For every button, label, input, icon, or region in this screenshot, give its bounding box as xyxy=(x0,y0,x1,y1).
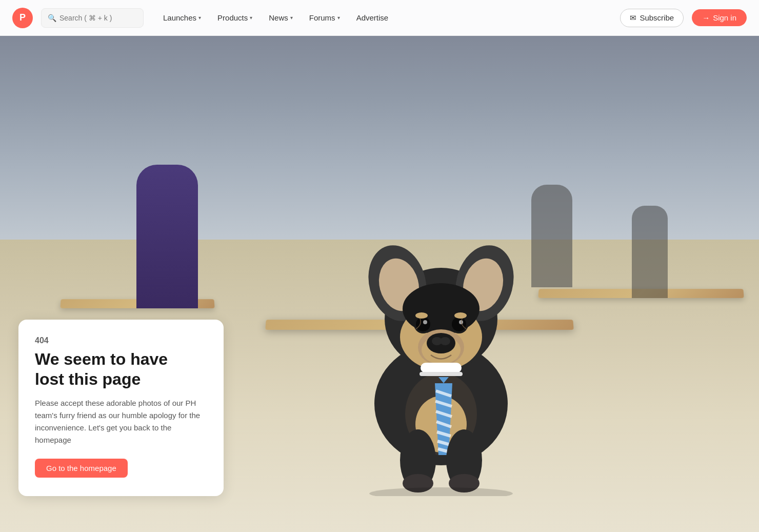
forums-chevron-icon: ▾ xyxy=(337,15,340,21)
nav-item-products[interactable]: Products ▾ xyxy=(210,9,259,26)
subscribe-icon: ✉ xyxy=(630,13,636,23)
logo-button[interactable]: P xyxy=(12,8,33,28)
search-bar[interactable]: 🔍 xyxy=(41,8,144,28)
error-description: Please accept these adorable photos of o… xyxy=(35,397,207,446)
nav-item-forums[interactable]: Forums ▾ xyxy=(302,9,347,26)
svg-point-14 xyxy=(423,320,427,324)
go-to-homepage-button[interactable]: Go to the homepage xyxy=(35,459,128,478)
search-icon: 🔍 xyxy=(48,14,56,22)
error-title-line2: lost this page xyxy=(35,370,141,388)
nav-item-advertise[interactable]: Advertise xyxy=(349,9,396,26)
signin-label: Sign in xyxy=(713,13,736,22)
person-silhouette-3 xyxy=(632,206,668,298)
logo-letter: P xyxy=(19,12,26,23)
svg-point-13 xyxy=(452,317,466,331)
subscribe-label: Subscribe xyxy=(640,13,674,22)
svg-point-22 xyxy=(415,312,428,319)
nav-advertise-label: Advertise xyxy=(356,13,389,22)
navbar: P 🔍 Launches ▾ Products ▾ News ▾ Forums … xyxy=(0,0,759,36)
nav-launches-label: Launches xyxy=(163,13,196,22)
svg-point-39 xyxy=(369,487,513,496)
svg-point-15 xyxy=(459,320,463,324)
nav-products-label: Products xyxy=(217,13,248,22)
svg-rect-25 xyxy=(420,372,463,376)
signin-button[interactable]: → Sign in xyxy=(692,9,747,26)
news-chevron-icon: ▾ xyxy=(290,15,293,21)
nav-item-launches[interactable]: Launches ▾ xyxy=(156,9,208,26)
svg-rect-24 xyxy=(421,363,462,373)
svg-point-20 xyxy=(440,337,450,345)
subscribe-button[interactable]: ✉ Subscribe xyxy=(620,9,684,27)
products-chevron-icon: ▾ xyxy=(250,15,252,21)
error-title-line1: We seem to have xyxy=(35,350,168,368)
nav-links: Launches ▾ Products ▾ News ▾ Forums ▾ Ad… xyxy=(156,9,395,26)
nav-news-label: News xyxy=(269,13,288,22)
launches-chevron-icon: ▾ xyxy=(198,15,201,21)
svg-point-9 xyxy=(403,283,480,334)
dog-image xyxy=(338,137,544,496)
svg-point-12 xyxy=(416,317,430,331)
svg-point-23 xyxy=(454,312,467,319)
search-input[interactable] xyxy=(59,14,137,22)
error-title: We seem to have lost this page xyxy=(35,349,207,389)
nav-forums-label: Forums xyxy=(309,13,335,22)
error-code: 404 xyxy=(35,336,207,345)
nav-item-news[interactable]: News ▾ xyxy=(262,9,300,26)
error-card: 404 We seem to have lost this page Pleas… xyxy=(18,320,224,496)
person-silhouette-1 xyxy=(136,165,198,308)
signin-icon: → xyxy=(702,13,710,22)
